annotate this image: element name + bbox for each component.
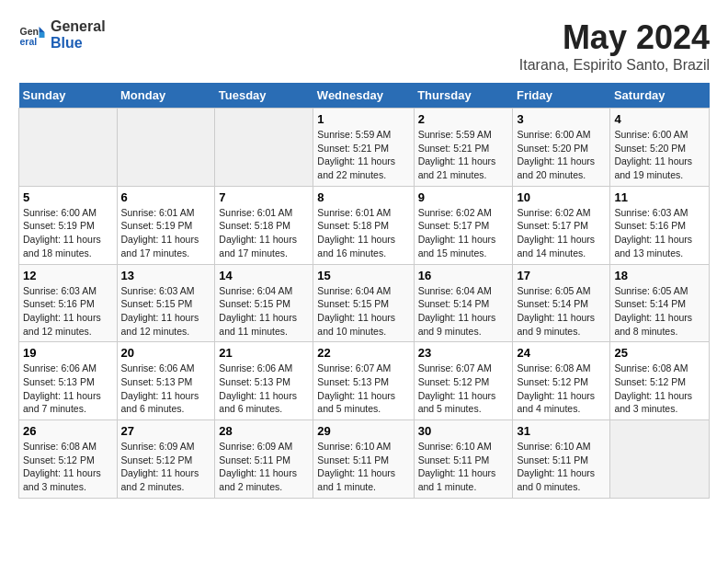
day-number: 1: [317, 112, 409, 126]
calendar-cell: 28Sunrise: 6:09 AMSunset: 5:11 PMDayligh…: [215, 420, 313, 499]
day-number: 7: [219, 190, 309, 204]
day-info: Sunrise: 6:03 AMSunset: 5:16 PMDaylight:…: [23, 284, 113, 339]
calendar-cell: 25Sunrise: 6:08 AMSunset: 5:12 PMDayligh…: [610, 342, 710, 420]
calendar-week-3: 12Sunrise: 6:03 AMSunset: 5:16 PMDayligh…: [19, 264, 710, 342]
calendar-header-row: SundayMondayTuesdayWednesdayThursdayFrid…: [19, 83, 710, 109]
day-number: 12: [23, 269, 113, 282]
calendar-cell: [215, 109, 313, 187]
calendar-cell: 17Sunrise: 6:05 AMSunset: 5:14 PMDayligh…: [513, 264, 610, 342]
calendar-cell: 1Sunrise: 5:59 AMSunset: 5:21 PMDaylight…: [313, 109, 414, 187]
day-number: 21: [219, 346, 309, 360]
day-info: Sunrise: 6:03 AMSunset: 5:16 PMDaylight:…: [614, 206, 705, 260]
day-info: Sunrise: 6:04 AMSunset: 5:15 PMDaylight:…: [317, 284, 409, 339]
day-info: Sunrise: 6:01 AMSunset: 5:19 PMDaylight:…: [121, 206, 211, 260]
header-saturday: Saturday: [610, 83, 710, 109]
calendar-cell: 30Sunrise: 6:10 AMSunset: 5:11 PMDayligh…: [414, 420, 513, 499]
day-number: 5: [23, 190, 113, 204]
calendar-cell: 18Sunrise: 6:05 AMSunset: 5:14 PMDayligh…: [610, 264, 710, 342]
day-info: Sunrise: 6:02 AMSunset: 5:17 PMDaylight:…: [418, 206, 509, 260]
day-number: 19: [23, 346, 113, 360]
calendar-cell: 31Sunrise: 6:10 AMSunset: 5:11 PMDayligh…: [513, 420, 610, 499]
header-thursday: Thursday: [414, 83, 513, 109]
day-info: Sunrise: 6:02 AMSunset: 5:17 PMDaylight:…: [517, 206, 606, 260]
day-number: 26: [23, 424, 113, 438]
day-number: 11: [614, 190, 705, 204]
day-info: Sunrise: 6:10 AMSunset: 5:11 PMDaylight:…: [418, 440, 509, 494]
svg-marker-3: [40, 32, 45, 38]
calendar-table: SundayMondayTuesdayWednesdayThursdayFrid…: [18, 83, 710, 499]
day-info: Sunrise: 5:59 AMSunset: 5:21 PMDaylight:…: [317, 128, 409, 182]
day-info: Sunrise: 6:00 AMSunset: 5:20 PMDaylight:…: [517, 128, 606, 182]
day-number: 20: [121, 346, 211, 360]
svg-text:eral: eral: [20, 36, 38, 47]
calendar-cell: [610, 420, 710, 499]
day-info: Sunrise: 6:05 AMSunset: 5:14 PMDaylight:…: [614, 284, 705, 339]
calendar-cell: 15Sunrise: 6:04 AMSunset: 5:15 PMDayligh…: [313, 264, 414, 342]
day-number: 14: [219, 269, 309, 282]
calendar-cell: 23Sunrise: 6:07 AMSunset: 5:12 PMDayligh…: [414, 342, 513, 420]
day-info: Sunrise: 6:08 AMSunset: 5:12 PMDaylight:…: [517, 362, 606, 416]
day-info: Sunrise: 6:04 AMSunset: 5:14 PMDaylight:…: [418, 284, 509, 339]
calendar-cell: 13Sunrise: 6:03 AMSunset: 5:15 PMDayligh…: [117, 264, 215, 342]
calendar-cell: 8Sunrise: 6:01 AMSunset: 5:18 PMDaylight…: [313, 186, 414, 264]
calendar-cell: 14Sunrise: 6:04 AMSunset: 5:15 PMDayligh…: [215, 264, 313, 342]
svg-marker-2: [40, 27, 45, 32]
header-friday: Friday: [513, 83, 610, 109]
day-info: Sunrise: 6:01 AMSunset: 5:18 PMDaylight:…: [317, 206, 409, 260]
day-number: 22: [317, 346, 409, 360]
logo-text: General Blue: [51, 18, 106, 52]
calendar-cell: 11Sunrise: 6:03 AMSunset: 5:16 PMDayligh…: [610, 186, 710, 264]
day-number: 13: [121, 269, 211, 282]
day-number: 8: [317, 190, 409, 204]
logo-general: General: [51, 18, 106, 35]
calendar-cell: [19, 109, 118, 187]
logo-icon: Gen eral: [18, 21, 46, 49]
calendar-week-2: 5Sunrise: 6:00 AMSunset: 5:19 PMDaylight…: [19, 186, 710, 264]
day-info: Sunrise: 6:08 AMSunset: 5:12 PMDaylight:…: [23, 440, 113, 494]
header-tuesday: Tuesday: [215, 83, 313, 109]
day-number: 3: [517, 112, 606, 126]
day-number: 23: [418, 346, 509, 360]
header-wednesday: Wednesday: [313, 83, 414, 109]
day-info: Sunrise: 6:10 AMSunset: 5:11 PMDaylight:…: [517, 440, 606, 494]
day-number: 29: [317, 424, 409, 438]
logo-blue: Blue: [51, 35, 106, 52]
day-info: Sunrise: 6:07 AMSunset: 5:12 PMDaylight:…: [418, 362, 509, 416]
day-info: Sunrise: 6:06 AMSunset: 5:13 PMDaylight:…: [121, 362, 211, 416]
day-info: Sunrise: 6:01 AMSunset: 5:18 PMDaylight:…: [219, 206, 309, 260]
day-number: 10: [517, 190, 606, 204]
calendar-cell: 21Sunrise: 6:06 AMSunset: 5:13 PMDayligh…: [215, 342, 313, 420]
day-number: 2: [418, 112, 509, 126]
calendar-cell: 7Sunrise: 6:01 AMSunset: 5:18 PMDaylight…: [215, 186, 313, 264]
calendar-cell: 6Sunrise: 6:01 AMSunset: 5:19 PMDaylight…: [117, 186, 215, 264]
calendar-cell: 19Sunrise: 6:06 AMSunset: 5:13 PMDayligh…: [19, 342, 118, 420]
calendar-cell: 9Sunrise: 6:02 AMSunset: 5:17 PMDaylight…: [414, 186, 513, 264]
day-number: 18: [614, 269, 705, 282]
calendar-week-5: 26Sunrise: 6:08 AMSunset: 5:12 PMDayligh…: [19, 420, 710, 499]
day-info: Sunrise: 6:06 AMSunset: 5:13 PMDaylight:…: [23, 362, 113, 416]
day-number: 15: [317, 269, 409, 282]
logo: Gen eral General Blue: [18, 18, 106, 52]
day-info: Sunrise: 6:05 AMSunset: 5:14 PMDaylight:…: [517, 284, 606, 339]
day-number: 9: [418, 190, 509, 204]
day-number: 25: [614, 346, 705, 360]
day-number: 24: [517, 346, 606, 360]
day-info: Sunrise: 6:08 AMSunset: 5:12 PMDaylight:…: [614, 362, 705, 416]
calendar-cell: 12Sunrise: 6:03 AMSunset: 5:16 PMDayligh…: [19, 264, 118, 342]
day-number: 27: [121, 424, 211, 438]
day-info: Sunrise: 6:00 AMSunset: 5:19 PMDaylight:…: [23, 206, 113, 260]
day-info: Sunrise: 6:09 AMSunset: 5:12 PMDaylight:…: [121, 440, 211, 494]
day-info: Sunrise: 6:10 AMSunset: 5:11 PMDaylight:…: [317, 440, 409, 494]
calendar-week-4: 19Sunrise: 6:06 AMSunset: 5:13 PMDayligh…: [19, 342, 710, 420]
day-number: 16: [418, 269, 509, 282]
calendar-cell: 22Sunrise: 6:07 AMSunset: 5:13 PMDayligh…: [313, 342, 414, 420]
header-monday: Monday: [117, 83, 215, 109]
day-number: 6: [121, 190, 211, 204]
calendar-cell: 2Sunrise: 5:59 AMSunset: 5:21 PMDaylight…: [414, 109, 513, 187]
calendar-cell: 4Sunrise: 6:00 AMSunset: 5:20 PMDaylight…: [610, 109, 710, 187]
calendar-cell: 29Sunrise: 6:10 AMSunset: 5:11 PMDayligh…: [313, 420, 414, 499]
day-number: 17: [517, 269, 606, 282]
day-info: Sunrise: 6:04 AMSunset: 5:15 PMDaylight:…: [219, 284, 309, 339]
day-number: 28: [219, 424, 309, 438]
calendar-cell: 5Sunrise: 6:00 AMSunset: 5:19 PMDaylight…: [19, 186, 118, 264]
